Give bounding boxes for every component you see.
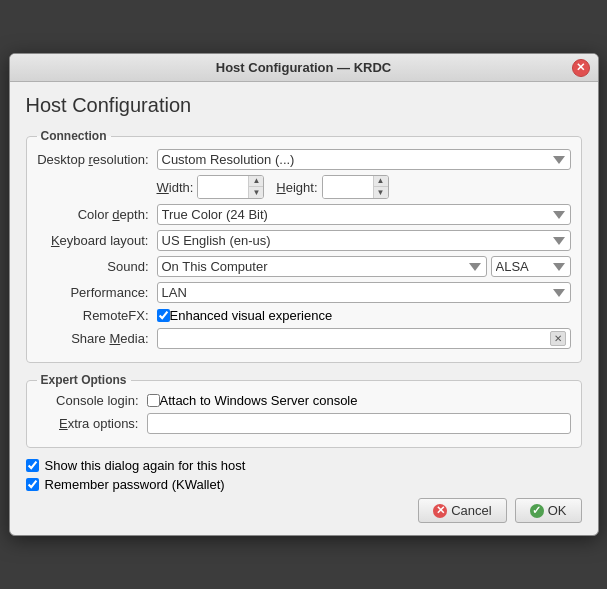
- sound-selects: On This ComputerLocalNone ALSAPulseAudio: [157, 256, 571, 277]
- ok-label: OK: [548, 503, 567, 518]
- expert-legend: Expert Options: [37, 373, 131, 387]
- remotefx-row: RemoteFX: Enhanced visual experience: [37, 308, 571, 323]
- extra-options-label: Extra options:: [37, 416, 147, 431]
- host-configuration-dialog: Host Configuration — KRDC ✕ Host Configu…: [9, 53, 599, 536]
- page-title: Host Configuration: [26, 94, 582, 117]
- width-spinbox: 800 ▲ ▼: [197, 175, 264, 199]
- color-depth-select[interactable]: True Color (24 Bit)High Color (16 Bit)25…: [157, 204, 571, 225]
- cancel-button[interactable]: ✕ Cancel: [418, 498, 506, 523]
- share-media-clear-button[interactable]: ✕: [550, 331, 566, 346]
- keyboard-layout-row: Keyboard layout: US English (en-us)UK En…: [37, 230, 571, 251]
- width-increment-button[interactable]: ▲: [249, 176, 263, 187]
- expert-section: Expert Options Console login: Attach to …: [26, 373, 582, 448]
- desktop-resolution-select[interactable]: Custom Resolution (...)1024x7681280x1024…: [157, 149, 571, 170]
- show-dialog-row: Show this dialog again for this host: [26, 458, 582, 473]
- button-row: ✕ Cancel ✓ OK: [26, 498, 582, 523]
- titlebar-title: Host Configuration — KRDC: [216, 60, 391, 75]
- height-input[interactable]: 600: [323, 176, 373, 198]
- console-login-text: Attach to Windows Server console: [160, 393, 358, 408]
- desktop-resolution-row: Desktop resolution: Custom Resolution (.…: [37, 149, 571, 170]
- height-decrement-button[interactable]: ▼: [374, 187, 388, 198]
- share-media-label: Share Media:: [37, 331, 157, 346]
- extra-options-row: Extra options:: [37, 413, 571, 434]
- console-login-row: Console login: Attach to Windows Server …: [37, 393, 571, 408]
- performance-select[interactable]: LANBroadbandModem: [157, 282, 571, 303]
- width-decrement-button[interactable]: ▼: [249, 187, 263, 198]
- sound-label: Sound:: [37, 259, 157, 274]
- connection-section: Connection Desktop resolution: Custom Re…: [26, 129, 582, 363]
- keyboard-layout-label: Keyboard layout:: [37, 233, 157, 248]
- share-media-input-wrap: /media ✕: [157, 328, 571, 349]
- titlebar: Host Configuration — KRDC ✕: [10, 54, 598, 82]
- width-input[interactable]: 800: [198, 176, 248, 198]
- show-dialog-text: Show this dialog again for this host: [45, 458, 246, 473]
- remotefx-label: RemoteFX:: [37, 308, 157, 323]
- sound-row: Sound: On This ComputerLocalNone ALSAPul…: [37, 256, 571, 277]
- keyboard-layout-select[interactable]: US English (en-us)UK English (en-gb)Germ…: [157, 230, 571, 251]
- width-label: Width:: [157, 180, 194, 195]
- remember-password-checkbox[interactable]: [26, 478, 39, 491]
- height-spinbox-buttons: ▲ ▼: [373, 176, 388, 198]
- cancel-icon: ✕: [433, 504, 447, 518]
- width-spinbox-buttons: ▲ ▼: [248, 176, 263, 198]
- console-login-checkbox[interactable]: [147, 394, 160, 407]
- wh-row: Width: 800 ▲ ▼ Height: 600 ▲ ▼: [157, 175, 571, 199]
- performance-row: Performance: LANBroadbandModem: [37, 282, 571, 303]
- ok-button[interactable]: ✓ OK: [515, 498, 582, 523]
- sound-select[interactable]: On This ComputerLocalNone: [157, 256, 487, 277]
- remember-password-row: Remember password (KWallet): [26, 477, 582, 492]
- ok-icon: ✓: [530, 504, 544, 518]
- height-label: Height:: [276, 180, 317, 195]
- alsa-select[interactable]: ALSAPulseAudio: [491, 256, 571, 277]
- cancel-label: Cancel: [451, 503, 491, 518]
- connection-legend: Connection: [37, 129, 111, 143]
- height-increment-button[interactable]: ▲: [374, 176, 388, 187]
- extra-options-input[interactable]: [147, 413, 571, 434]
- color-depth-label: Color depth:: [37, 207, 157, 222]
- bottom-checks: Show this dialog again for this host Rem…: [26, 458, 582, 492]
- close-button[interactable]: ✕: [572, 59, 590, 77]
- show-dialog-checkbox[interactable]: [26, 459, 39, 472]
- color-depth-row: Color depth: True Color (24 Bit)High Col…: [37, 204, 571, 225]
- desktop-resolution-label: Desktop resolution:: [37, 152, 157, 167]
- share-media-input[interactable]: /media: [162, 331, 550, 346]
- share-media-row: Share Media: /media ✕: [37, 328, 571, 349]
- remotefx-text: Enhanced visual experience: [170, 308, 333, 323]
- remotefx-checkbox[interactable]: [157, 309, 170, 322]
- console-login-label: Console login:: [37, 393, 147, 408]
- remember-password-text: Remember password (KWallet): [45, 477, 225, 492]
- dialog-content: Host Configuration Connection Desktop re…: [10, 82, 598, 535]
- height-spinbox: 600 ▲ ▼: [322, 175, 389, 199]
- performance-label: Performance:: [37, 285, 157, 300]
